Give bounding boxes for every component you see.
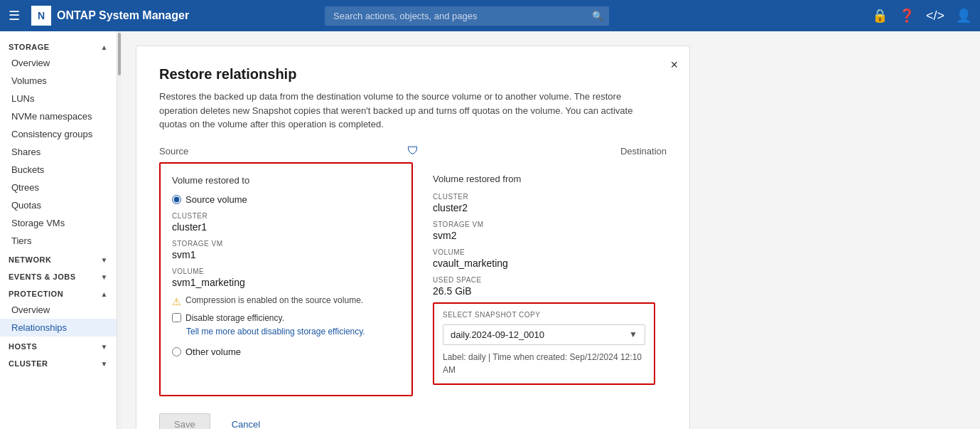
sidebar-item-consistency-groups[interactable]: Consistency groups — [0, 125, 117, 143]
dest-volume-label: VOLUME — [433, 248, 655, 256]
hosts-section-label: HOSTS — [9, 342, 37, 351]
sidebar-section-events-jobs[interactable]: EVENTS & JOBS ▼ — [0, 267, 117, 284]
save-button[interactable]: Save — [159, 413, 210, 430]
scrollbar-thumb — [118, 33, 121, 75]
warning-message: ⚠ Compression is enabled on the source v… — [172, 295, 400, 307]
tell-me-more-link[interactable]: Tell me more about disabling storage eff… — [186, 327, 365, 337]
dest-used-space-group: USED SPACE 26.5 GiB — [433, 276, 655, 297]
storage-vm-field-label: STORAGE VM — [172, 240, 400, 248]
sidebar-section-hosts[interactable]: HOSTS ▼ — [0, 337, 117, 354]
hosts-chevron: ▼ — [101, 343, 108, 351]
app-logo: N ONTAP System Manager — [31, 6, 189, 26]
sidebar-section-network[interactable]: NETWORK ▼ — [0, 250, 117, 267]
snapshot-section-label: SELECT SNAPSHOT COPY — [443, 311, 645, 319]
cancel-button[interactable]: Cancel — [217, 413, 274, 430]
dest-volume-value: cvault_marketing — [433, 258, 655, 269]
hamburger-menu[interactable]: ☰ — [9, 8, 20, 23]
sidebar-section-cluster[interactable]: CLUSTER ▼ — [0, 354, 117, 371]
snapshot-info: Label: daily | Time when created: Sep/12… — [443, 351, 645, 376]
dest-storage-vm-value: svm2 — [433, 230, 655, 241]
sidebar: STORAGE ▲ Overview Volumes LUNs NVMe nam… — [0, 31, 117, 429]
disable-storage-label: Disable storage efficiency. — [185, 313, 284, 323]
sidebar-item-overview-s[interactable]: Overview — [0, 54, 117, 72]
source-volume-option[interactable]: Source volume — [172, 194, 400, 205]
topnav-actions: 🔒 ❓ </> 👤 — [872, 8, 971, 23]
search-bar: 🔍 — [325, 6, 609, 26]
sidebar-item-volumes[interactable]: Volumes — [0, 72, 117, 90]
storage-section-label: STORAGE — [9, 43, 50, 51]
warning-text: Compression is enabled on the source vol… — [185, 295, 363, 305]
snapshot-select-box: SELECT SNAPSHOT COPY daily.2024-09-12_00… — [433, 302, 655, 385]
dest-panel-heading: Volume restored from — [433, 174, 655, 184]
dest-cluster-label: CLUSTER — [433, 193, 655, 201]
sidebar-item-shares[interactable]: Shares — [0, 143, 117, 161]
volume-field-label: VOLUME — [172, 268, 400, 275]
modal-footer: Save Cancel — [159, 413, 667, 430]
dropdown-chevron-icon: ▼ — [629, 329, 637, 339]
disable-storage-checkbox-item: Disable storage efficiency. — [172, 313, 400, 323]
disable-storage-checkbox[interactable] — [172, 313, 181, 322]
restore-relationship-modal: × Restore relationship Restores the back… — [136, 46, 690, 429]
user-icon[interactable]: 👤 — [956, 8, 971, 23]
sidebar-item-qtrees[interactable]: Qtrees — [0, 179, 117, 196]
cluster-field-value: cluster1 — [172, 221, 400, 233]
sidebar-item-storage-vms[interactable]: Storage VMs — [0, 214, 117, 232]
sidebar-item-tiers[interactable]: Tiers — [0, 232, 117, 250]
lock-icon[interactable]: 🔒 — [872, 8, 888, 23]
dest-cluster-group: CLUSTER cluster2 — [433, 193, 655, 213]
destination-label: Destination — [620, 146, 667, 157]
sidebar-section-storage[interactable]: STORAGE ▲ — [0, 37, 117, 54]
source-volume-radio[interactable] — [172, 195, 181, 204]
events-jobs-chevron: ▼ — [101, 273, 108, 281]
sidebar-item-relationships[interactable]: Relationships — [0, 319, 117, 337]
cluster-section-label: CLUSTER — [9, 359, 48, 368]
network-chevron: ▼ — [101, 256, 108, 264]
top-navigation: ☰ N ONTAP System Manager 🔍 🔒 ❓ </> 👤 — [0, 0, 980, 31]
modal-description: Restores the backed up data from the des… — [159, 90, 642, 132]
volume-field-value: svm1_marketing — [172, 277, 400, 288]
source-volume-radio-group: Source volume — [172, 194, 400, 205]
content-area: × Restore relationship Restores the back… — [122, 31, 980, 429]
sidebar-item-luns[interactable]: LUNs — [0, 90, 117, 107]
source-label: Source — [159, 146, 188, 157]
storage-vm-field-value: svm1 — [172, 249, 400, 260]
destination-panel: Volume restored from CLUSTER cluster2 ST… — [413, 162, 667, 396]
network-section-label: NETWORK — [9, 255, 51, 264]
other-volume-radio[interactable] — [172, 347, 181, 356]
dest-volume-group: VOLUME cvault_marketing — [433, 248, 655, 269]
sidebar-item-nvme-namespaces[interactable]: NVMe namespaces — [0, 107, 117, 125]
protection-chevron: ▲ — [101, 290, 108, 298]
code-icon[interactable]: </> — [926, 9, 944, 23]
snapshot-dropdown[interactable]: daily.2024-09-12_0010 ▼ — [443, 324, 645, 345]
logo-icon: N — [31, 6, 51, 26]
storage-chevron: ▲ — [101, 43, 108, 51]
dest-storage-vm-label: STORAGE VM — [433, 221, 655, 228]
cluster-chevron: ▼ — [101, 360, 108, 368]
source-volume-label: Source volume — [185, 194, 247, 205]
other-volume-option[interactable]: Other volume — [172, 346, 400, 357]
modal-title: Restore relationship — [159, 66, 667, 83]
sidebar-item-buckets[interactable]: Buckets — [0, 161, 117, 179]
sd-labels-row: Source 🛡 Destination — [159, 146, 667, 157]
sidebar-item-quotas[interactable]: Quotas — [0, 196, 117, 214]
sidebar-item-overview-p[interactable]: Overview — [0, 301, 117, 319]
dest-used-space-label: USED SPACE — [433, 276, 655, 284]
close-button[interactable]: × — [670, 58, 678, 73]
app-title: ONTAP System Manager — [57, 9, 189, 22]
source-panel: Volume restored to Source volume CLUSTER… — [159, 162, 413, 396]
help-icon[interactable]: ❓ — [899, 8, 915, 23]
protection-section-label: PROTECTION — [9, 290, 63, 298]
source-panel-heading: Volume restored to — [172, 175, 400, 186]
warning-icon: ⚠ — [172, 296, 181, 307]
dest-cluster-value: cluster2 — [433, 202, 655, 213]
main-layout: STORAGE ▲ Overview Volumes LUNs NVMe nam… — [0, 31, 980, 429]
cluster-field-label: CLUSTER — [172, 212, 400, 220]
dest-used-space-value: 26.5 GiB — [433, 285, 655, 297]
events-jobs-section-label: EVENTS & JOBS — [9, 272, 76, 281]
search-input[interactable] — [325, 6, 609, 26]
sidebar-section-protection[interactable]: PROTECTION ▲ — [0, 284, 117, 301]
sd-panels: Volume restored to Source volume CLUSTER… — [159, 162, 667, 396]
dest-storage-vm-group: STORAGE VM svm2 — [433, 221, 655, 241]
search-icon: 🔍 — [592, 11, 603, 21]
shield-icon: 🛡 — [407, 144, 419, 157]
